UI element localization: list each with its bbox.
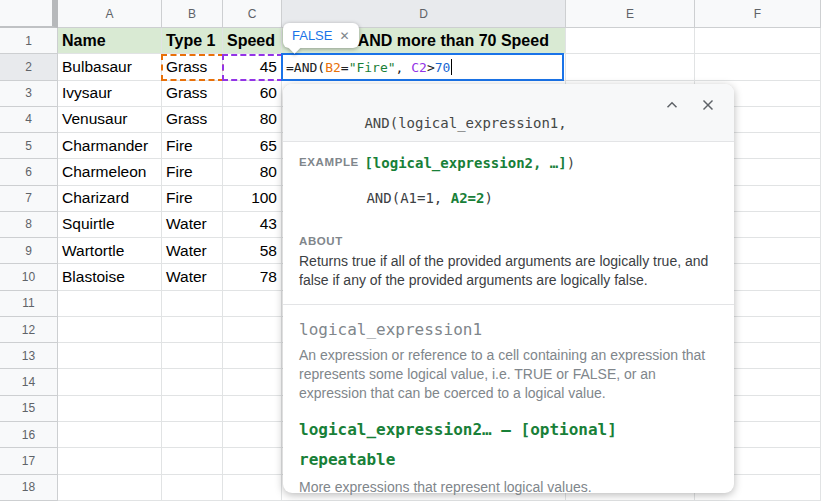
cell-c14[interactable] (223, 369, 282, 395)
cell-a8[interactable]: Squirtle (58, 212, 162, 238)
cell-a16[interactable] (58, 422, 162, 448)
select-all-corner[interactable] (0, 0, 58, 28)
cell-b13[interactable] (162, 343, 223, 369)
row-header-15[interactable]: 15 (0, 396, 58, 422)
cell-c6[interactable]: 80 (223, 159, 282, 185)
cell-a15[interactable] (58, 396, 162, 422)
column-header-b[interactable]: B (162, 0, 223, 28)
param1-description: An expression or reference to a cell con… (299, 346, 719, 403)
row-header-8[interactable]: 8 (0, 212, 58, 238)
cell-f1[interactable] (695, 28, 821, 54)
column-header-c[interactable]: C (223, 0, 282, 28)
cell-a1[interactable]: Name (58, 28, 162, 54)
cell-b1[interactable]: Type 1 (162, 28, 223, 54)
cell-c16[interactable] (223, 422, 282, 448)
cell-a13[interactable] (58, 343, 162, 369)
cell-a7[interactable]: Charizard (58, 186, 162, 212)
cell-b16[interactable] (162, 422, 223, 448)
column-header-a[interactable]: A (58, 0, 162, 28)
cell-c2[interactable]: 45 (223, 54, 282, 80)
cell-a2[interactable]: Bulbasaur (58, 54, 162, 80)
cell-a6[interactable]: Charmeleon (58, 159, 162, 185)
cell-c13[interactable] (223, 343, 282, 369)
formula-edit-cell-d2[interactable]: =AND(B2="Fire", C2>70 (281, 53, 564, 81)
cell-a10[interactable]: Blastoise (58, 264, 162, 290)
cell-b2[interactable]: Grass (162, 54, 223, 80)
cell-f2[interactable] (695, 54, 821, 80)
cell-c10[interactable]: 78 (223, 264, 282, 290)
about-section-label: ABOUT (299, 235, 718, 247)
cell-c4[interactable]: 80 (223, 107, 282, 133)
cell-b5[interactable]: Fire (162, 133, 223, 159)
cell-c7[interactable]: 100 (223, 186, 282, 212)
cell-b17[interactable] (162, 448, 223, 474)
param2-name: logical_expression2… – [optional] (299, 420, 718, 439)
chip-close-icon[interactable]: ✕ (339, 29, 349, 43)
cell-a18[interactable] (58, 475, 162, 501)
row-header-13[interactable]: 13 (0, 343, 58, 369)
cell-e1[interactable] (566, 28, 695, 54)
cell-a12[interactable] (58, 317, 162, 343)
formula-token: 70 (435, 60, 451, 75)
formula-token: "Fire" (349, 60, 396, 75)
row-header-12[interactable]: 12 (0, 317, 58, 343)
row-header-1[interactable]: 1 (0, 28, 58, 54)
row-header-2[interactable]: 2 (0, 54, 58, 80)
cell-c3[interactable]: 60 (223, 81, 282, 107)
cell-c12[interactable] (223, 317, 282, 343)
row-header-9[interactable]: 9 (0, 238, 58, 264)
cell-b10[interactable]: Water (162, 264, 223, 290)
cell-b4[interactable]: Grass (162, 107, 223, 133)
cell-a9[interactable]: Wartortle (58, 238, 162, 264)
cell-b14[interactable] (162, 369, 223, 395)
row-header-11[interactable]: 11 (0, 291, 58, 317)
cell-c18[interactable] (223, 475, 282, 501)
param2-repeatable-tag: repeatable (299, 450, 718, 469)
cell-c15[interactable] (223, 396, 282, 422)
cell-c17[interactable] (223, 448, 282, 474)
cell-b3[interactable]: Grass (162, 81, 223, 107)
cell-b9[interactable]: Water (162, 238, 223, 264)
cell-b12[interactable] (162, 317, 223, 343)
row-header-14[interactable]: 14 (0, 369, 58, 395)
cell-a11[interactable] (58, 291, 162, 317)
formula-token: > (427, 60, 435, 75)
cell-a14[interactable] (58, 369, 162, 395)
row-header-3[interactable]: 3 (0, 81, 58, 107)
cell-b8[interactable]: Water (162, 212, 223, 238)
cell-c11[interactable] (223, 291, 282, 317)
cell-a17[interactable] (58, 448, 162, 474)
formula-token: =AND( (286, 60, 325, 75)
cell-b6[interactable]: Fire (162, 159, 223, 185)
row-header-7[interactable]: 7 (0, 186, 58, 212)
formula-token: B2 (325, 60, 341, 75)
popup-close-icon[interactable] (699, 96, 717, 114)
row-header-17[interactable]: 17 (0, 448, 58, 474)
popup-body: EXAMPLE AND(A1=1, A2=2) ABOUT Returns tr… (283, 142, 734, 501)
cell-a5[interactable]: Charmander (58, 133, 162, 159)
formula-text: =AND(B2="Fire", C2>70 (286, 60, 450, 75)
column-header-f[interactable]: F (695, 0, 821, 28)
formula-result-value: FALSE (292, 28, 332, 43)
row-header-18[interactable]: 18 (0, 475, 58, 501)
row-header-5[interactable]: 5 (0, 133, 58, 159)
column-header-e[interactable]: E (566, 0, 695, 28)
cell-c5[interactable]: 65 (223, 133, 282, 159)
row-header-10[interactable]: 10 (0, 264, 58, 290)
cell-b15[interactable] (162, 396, 223, 422)
formula-token: C2 (411, 60, 427, 75)
collapse-chevron-up-icon[interactable] (663, 96, 681, 114)
cell-b11[interactable] (162, 291, 223, 317)
cell-e2[interactable] (566, 54, 695, 80)
cell-c9[interactable]: 58 (223, 238, 282, 264)
cell-c1[interactable]: Speed (223, 28, 282, 54)
cell-a3[interactable]: Ivysaur (58, 81, 162, 107)
row-header-4[interactable]: 4 (0, 107, 58, 133)
cell-b7[interactable]: Fire (162, 186, 223, 212)
cell-b18[interactable] (162, 475, 223, 501)
cell-c8[interactable]: 43 (223, 212, 282, 238)
cell-a4[interactable]: Venusaur (58, 107, 162, 133)
row-header-16[interactable]: 16 (0, 422, 58, 448)
row-header-6[interactable]: 6 (0, 159, 58, 185)
google-sheets-canvas: ABCDEF1NameType 1Speede AND more than 70… (0, 0, 821, 501)
